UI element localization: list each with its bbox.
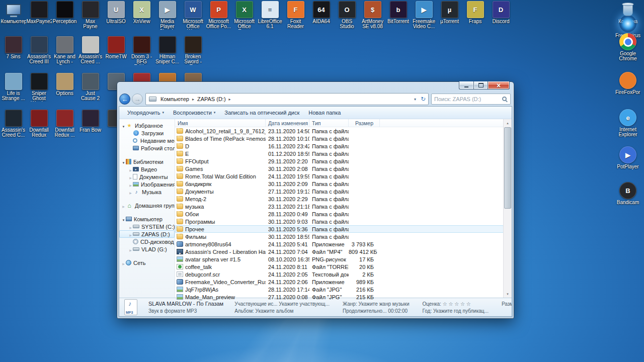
file-row[interactable]: Фильмы 30.11.2020 18:59 Папка с файлами bbox=[175, 233, 504, 240]
sidebar-item[interactable]: Сеть bbox=[119, 259, 175, 266]
expander-icon[interactable] bbox=[121, 216, 126, 222]
file-row[interactable]: E 01.12.2020 18:59 Папка с файлами bbox=[175, 150, 504, 157]
desktop-icon[interactable]: W Microsoft Office Wo... bbox=[180, 1, 206, 30]
desktop-icon[interactable]: Perception bbox=[52, 1, 77, 30]
desktop-icon[interactable]: FireFoxPort... bbox=[613, 72, 643, 95]
file-row[interactable]: Прочее 30.11.2020 5:36 Папка с файлами bbox=[175, 225, 504, 233]
toolbar-button[interactable]: Записать на оптический диск ▾ bbox=[220, 108, 303, 117]
toolbar-button[interactable]: Воспроизвести ▾ bbox=[169, 108, 219, 117]
desktop-icon[interactable]: Hitman Sniper C... bbox=[154, 36, 180, 65]
file-row[interactable]: Alcohol_120_retail_1_9_8_7612_Ru_XCV_e..… bbox=[175, 127, 504, 135]
desktop-icon[interactable]: ▶ Freemake Video C... bbox=[411, 1, 437, 30]
chevron-right-icon[interactable]: ▸ bbox=[191, 97, 195, 102]
file-row[interactable]: Документы 27.11.2020 19:13 Папка с файла… bbox=[175, 188, 504, 195]
desktop-icon[interactable]: Life is Strange ... bbox=[1, 73, 26, 102]
file-row[interactable]: Made_Man_preview 27.11.2020 0:08 Файл "J… bbox=[175, 293, 504, 301]
minimize-button[interactable] bbox=[459, 81, 473, 89]
desktop-icon[interactable]: RomeTW bbox=[103, 36, 129, 65]
details-field-top[interactable]: Участвующие ис... Укажите участвующ... bbox=[234, 301, 330, 307]
file-row[interactable]: Программы 30.11.2020 9:03 Папка с файлам… bbox=[175, 218, 504, 225]
sidebar-item[interactable]: Музыка bbox=[119, 188, 175, 196]
sidebar-item[interactable]: Библиотеки bbox=[119, 158, 175, 165]
desktop-icon[interactable]: Assassin's Creed III bbox=[26, 36, 52, 65]
desktop-icon[interactable]: 64 AIDA64 bbox=[308, 1, 334, 30]
sidebar-item[interactable]: SYSTEM (C:) bbox=[119, 223, 175, 230]
desktop-icon[interactable]: Broken Sword - T... bbox=[180, 36, 206, 65]
file-row[interactable]: artmoney808rus64 24.11.2020 5:41 Приложе… bbox=[175, 240, 504, 248]
desktop-icon[interactable]: MaxPayne2 bbox=[26, 1, 52, 30]
scroll-down-icon[interactable]: ▼ bbox=[504, 290, 512, 298]
scroll-up-icon[interactable]: ▲ bbox=[504, 119, 512, 127]
desktop-icon[interactable]: 7 Sins bbox=[1, 36, 26, 65]
file-row[interactable]: Assassin's Creed - Liberation Начало 24.… bbox=[175, 248, 504, 255]
file-row[interactable]: Обои 28.11.2020 0:49 Папка с файлами bbox=[175, 210, 504, 218]
maximize-button[interactable] bbox=[473, 81, 488, 89]
desktop-icon[interactable]: Assassin's Creed ... bbox=[77, 36, 103, 65]
desktop-icon[interactable]: Google Chrome bbox=[613, 33, 643, 61]
file-row[interactable]: D 16.11.2020 23:42 Папка с файлами bbox=[175, 142, 504, 150]
desktop-icon[interactable]: O OBS Studio bbox=[334, 1, 360, 30]
sidebar-item[interactable]: Избранное bbox=[119, 122, 175, 129]
address-history-dropdown-icon[interactable]: ▾ bbox=[411, 97, 419, 102]
file-row[interactable]: FFOutput 29.11.2020 2:20 Папка с файлами bbox=[175, 157, 504, 165]
sidebar-item[interactable]: Видео bbox=[119, 165, 175, 173]
column-header[interactable]: Дата изменения bbox=[266, 119, 309, 127]
details-field-top[interactable]: Размер: 4,57 МБ bbox=[502, 301, 512, 307]
sidebar-item[interactable]: Изображения bbox=[119, 180, 175, 188]
expander-icon[interactable] bbox=[121, 260, 126, 266]
sidebar-item[interactable]: Компьютер bbox=[119, 215, 175, 223]
details-field-bottom[interactable]: Альбом: Укажите альбом bbox=[234, 308, 330, 314]
details-field-bottom[interactable]: Продолжительно... 00:02:00 bbox=[343, 308, 410, 314]
sidebar-item[interactable]: CD-дисковод (F:) bbox=[119, 238, 175, 245]
refresh-icon[interactable]: ↻ bbox=[419, 96, 427, 103]
scrollbar-thumb[interactable] bbox=[504, 127, 511, 209]
sidebar-item[interactable]: VLAD (G:) bbox=[119, 245, 175, 253]
breadcrumb-drive[interactable]: ZAPAS (D:) bbox=[195, 95, 228, 103]
vertical-scrollbar[interactable]: ▲ ▼ bbox=[503, 119, 512, 298]
desktop-icon[interactable]: B Bandicam bbox=[613, 182, 643, 205]
desktop-icon[interactable]: e Internet Explorer bbox=[613, 109, 643, 137]
close-button[interactable] bbox=[488, 81, 510, 89]
column-header[interactable]: Имя bbox=[175, 119, 266, 127]
file-row[interactable]: avatar sphera ver #1.5 08.10.2020 16:35 … bbox=[175, 255, 504, 263]
desktop-icon[interactable]: $ ArtMoney SE v8.08 bbox=[360, 1, 385, 30]
details-field-top[interactable]: Оценка: ☆ ☆ ☆ ☆ ☆ bbox=[422, 301, 488, 307]
expander-icon[interactable] bbox=[128, 189, 133, 195]
sidebar-item[interactable]: Рабочий стол bbox=[119, 144, 175, 152]
desktop-icon[interactable]: Doom 3 - BFG Edition bbox=[129, 36, 154, 65]
sidebar-item[interactable]: Недавние места bbox=[119, 137, 175, 144]
breadcrumb-computer[interactable]: Компьютер bbox=[158, 95, 191, 103]
expander-icon[interactable] bbox=[128, 174, 133, 180]
file-row[interactable]: debugconf.scr 24.11.2020 2:05 Текстовый … bbox=[175, 270, 504, 278]
details-field-top[interactable]: Жанр: Укажите жанр музыки bbox=[343, 301, 410, 307]
desktop-icon[interactable]: Fran Bow bbox=[77, 110, 103, 138]
file-row[interactable]: Games 30.11.2020 2:08 Папка с файлами bbox=[175, 165, 504, 172]
desktop-icon[interactable]: ≡ LibreOffice 6.1 bbox=[257, 1, 283, 30]
desktop-icon[interactable]: Options bbox=[52, 73, 77, 102]
back-button[interactable]: ← bbox=[119, 94, 130, 105]
toolbar-button[interactable]: Новая папка ▾ bbox=[304, 108, 345, 117]
desktop-icon[interactable]: b BitTorrent bbox=[385, 1, 411, 30]
expander-icon[interactable] bbox=[121, 203, 126, 209]
file-row[interactable]: JqF7rp8WjAs 28.11.2020 17:14 Файл "JPG" … bbox=[175, 286, 504, 293]
desktop-icon[interactable]: F Fraps bbox=[462, 1, 488, 30]
details-field-bottom[interactable]: Год: Укажите год публикац... bbox=[422, 308, 488, 314]
desktop-icon[interactable]: F Foxit Reader bbox=[283, 1, 308, 30]
address-bar[interactable]: Компьютер ▸ ZAPAS (D:) ▸ ▾ ↻ bbox=[145, 93, 429, 105]
file-row[interactable]: Метод-2 30.11.2020 2:29 Папка с файлами bbox=[175, 195, 504, 203]
expander-icon[interactable] bbox=[128, 166, 133, 172]
expander-icon[interactable] bbox=[128, 224, 133, 230]
expander-icon[interactable] bbox=[121, 159, 126, 165]
file-row[interactable]: Blades of Time (RePack =nemos=) 28.11.20… bbox=[175, 135, 504, 142]
desktop-icon[interactable]: X XnView bbox=[129, 1, 154, 30]
file-row[interactable]: coffee_talk 24.11.2020 8:11 Файл "TORREN… bbox=[175, 263, 504, 270]
file-row[interactable]: Rome.Total War.Gold Edition 24.11.2020 1… bbox=[175, 172, 504, 180]
desktop-icon[interactable]: Kane and Lynch - De... bbox=[52, 36, 77, 65]
desktop-icon[interactable]: µ µTorrent bbox=[437, 1, 462, 30]
sidebar-item[interactable]: Домашняя группа bbox=[119, 202, 175, 209]
expander-icon[interactable] bbox=[128, 231, 133, 237]
desktop-icon[interactable]: Assassin's Creed C... bbox=[1, 110, 26, 138]
desktop-icon[interactable]: Downfall Redux ... bbox=[52, 110, 77, 138]
column-header[interactable]: Размер bbox=[349, 119, 380, 127]
expander-icon[interactable] bbox=[128, 182, 133, 188]
